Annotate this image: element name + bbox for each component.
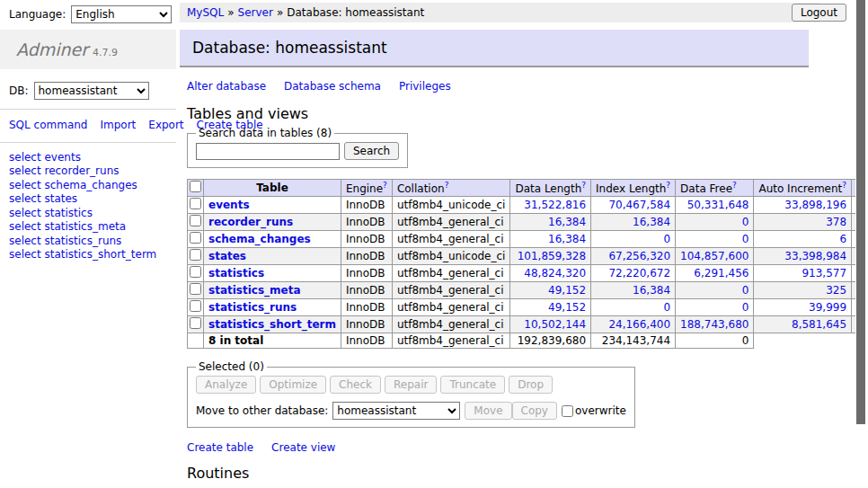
sidebar-select-statistics[interactable]: select statistics xyxy=(9,207,167,221)
data-length-link[interactable]: 48,824,320 xyxy=(524,267,586,279)
sidebar-link-import[interactable]: Import xyxy=(100,119,136,131)
collation-cell: utf8mb4_general_ci xyxy=(392,231,510,248)
index-length-link[interactable]: 16,384 xyxy=(633,216,670,228)
sidebar-select-statistics_runs[interactable]: select statistics_runs xyxy=(9,235,167,249)
row-checkbox-states[interactable] xyxy=(190,249,201,261)
data-free-link[interactable]: 0 xyxy=(742,284,749,297)
row-checkbox-statistics[interactable] xyxy=(190,266,201,278)
data-free-link[interactable]: 50,331,648 xyxy=(687,199,749,211)
data-free-link[interactable]: 188,743,680 xyxy=(680,318,748,331)
auto-increment-link[interactable]: 325 xyxy=(826,284,846,297)
engine-cell: InnoDB xyxy=(341,265,392,282)
table-link-statistics_meta[interactable]: statistics_meta xyxy=(208,284,301,297)
help-icon[interactable]: ? xyxy=(445,181,449,190)
sidebar-select-schema_changes[interactable]: select schema_changes xyxy=(9,179,167,193)
data-free-link[interactable]: 0 xyxy=(742,216,749,228)
data-free-link[interactable]: 0 xyxy=(742,301,749,314)
breadcrumb-link-server[interactable]: Server xyxy=(238,6,273,19)
index-length-link[interactable]: 0 xyxy=(663,233,670,245)
index-length-link[interactable]: 16,384 xyxy=(633,284,670,297)
analyze-button[interactable]: Analyze xyxy=(196,376,256,394)
selected-legend: Selected (0) xyxy=(196,360,267,373)
auto-increment-link[interactable]: 33,898,196 xyxy=(784,199,846,211)
language-select[interactable]: English xyxy=(71,5,172,23)
move-database-select[interactable]: homeassistant xyxy=(332,402,460,420)
row-checkbox-statistics_meta[interactable] xyxy=(190,283,201,295)
check-button[interactable]: Check xyxy=(330,376,381,394)
index-length-link[interactable]: 72,220,672 xyxy=(608,267,670,279)
column-header-data-length: Data Length? xyxy=(510,180,591,197)
sidebar-select-statistics_short_term[interactable]: select statistics_short_term xyxy=(9,248,167,262)
table-link-statistics_short_term[interactable]: statistics_short_term xyxy=(208,318,336,331)
move-button[interactable]: Move xyxy=(465,402,511,420)
auto-increment-link[interactable]: 8,581,645 xyxy=(792,318,846,331)
logout-button[interactable]: Logout xyxy=(792,4,846,22)
sidebar-select-events[interactable]: select events xyxy=(9,151,167,165)
row-checkbox-statistics_short_term[interactable] xyxy=(190,317,201,329)
help-icon[interactable]: ? xyxy=(666,181,670,190)
index-length-link[interactable]: 70,467,584 xyxy=(608,199,670,211)
table-row: statistics_metaInnoDButf8mb4_general_ci4… xyxy=(188,282,868,299)
auto-increment-link[interactable]: 913,577 xyxy=(802,267,846,279)
data-length-link[interactable]: 49,152 xyxy=(548,284,586,297)
help-icon[interactable]: ? xyxy=(383,181,387,190)
data-free-link[interactable]: 0 xyxy=(742,233,749,245)
sidebar-link-sql-command[interactable]: SQL command xyxy=(9,119,87,131)
row-checkbox-events[interactable] xyxy=(190,198,201,209)
breadcrumb-link-mysql[interactable]: MySQL xyxy=(187,6,224,19)
optimize-button[interactable]: Optimize xyxy=(260,376,326,394)
data-length-link[interactable]: 16,384 xyxy=(548,216,586,228)
link-privileges[interactable]: Privileges xyxy=(399,80,451,93)
scrollbar-thumb[interactable] xyxy=(856,0,865,424)
row-checkbox-recorder_runs[interactable] xyxy=(190,215,201,226)
row-checkbox-schema_changes[interactable] xyxy=(190,232,201,244)
select-all-checkbox[interactable] xyxy=(190,181,201,192)
table-link-statistics[interactable]: statistics xyxy=(208,267,264,279)
search-button[interactable]: Search xyxy=(344,142,399,160)
link-database-schema[interactable]: Database schema xyxy=(284,80,381,93)
index-length-link[interactable]: 24,166,400 xyxy=(608,318,670,331)
sidebar-link-export[interactable]: Export xyxy=(148,119,183,131)
table-link-statistics_runs[interactable]: statistics_runs xyxy=(208,301,297,314)
data-free-link[interactable]: 104,857,600 xyxy=(680,250,748,262)
help-icon[interactable]: ? xyxy=(732,181,737,190)
row-checkbox-cell xyxy=(188,282,204,299)
auto-increment-link[interactable]: 39,999 xyxy=(809,301,846,314)
sidebar-select-statistics_meta[interactable]: select statistics_meta xyxy=(9,220,167,235)
overwrite-checkbox[interactable] xyxy=(562,405,573,417)
column-header-auto-increment: Auto Increment? xyxy=(754,180,852,197)
vertical-scrollbar[interactable] xyxy=(855,0,868,488)
copy-button[interactable]: Copy xyxy=(512,402,557,420)
index-length-link[interactable]: 0 xyxy=(663,301,670,314)
data-length-link[interactable]: 101,859,328 xyxy=(518,250,586,262)
auto-increment-link[interactable]: 6 xyxy=(839,233,846,245)
data-length-link[interactable]: 16,384 xyxy=(548,233,586,245)
drop-button[interactable]: Drop xyxy=(509,376,553,394)
data-length-link[interactable]: 10,502,144 xyxy=(524,318,586,331)
help-icon[interactable]: ? xyxy=(842,181,846,190)
link-create-table[interactable]: Create table xyxy=(187,441,253,454)
auto-increment-link[interactable]: 378 xyxy=(826,216,846,228)
table-link-recorder_runs[interactable]: recorder_runs xyxy=(208,216,293,228)
table-row: statistics_short_termInnoDButf8mb4_gener… xyxy=(188,316,868,333)
sidebar-select-states[interactable]: select states xyxy=(9,192,167,207)
truncate-button[interactable]: Truncate xyxy=(440,376,505,394)
link-create-view[interactable]: Create view xyxy=(271,441,335,454)
search-input[interactable] xyxy=(196,143,340,160)
repair-button[interactable]: Repair xyxy=(385,376,437,394)
tables-heading: Tables and views xyxy=(187,105,819,122)
table-link-schema_changes[interactable]: schema_changes xyxy=(208,233,311,245)
data-length-link[interactable]: 31,522,816 xyxy=(524,199,586,211)
auto-increment-link[interactable]: 33,398,984 xyxy=(784,250,846,262)
index-length-link[interactable]: 67,256,320 xyxy=(608,250,670,262)
table-link-events[interactable]: events xyxy=(208,199,250,211)
link-alter-database[interactable]: Alter database xyxy=(187,80,266,93)
data-free-link[interactable]: 6,291,456 xyxy=(694,267,748,279)
index-length-cell: 16,384 xyxy=(591,214,676,231)
table-link-states[interactable]: states xyxy=(208,250,246,262)
sidebar-select-recorder_runs[interactable]: select recorder_runs xyxy=(9,164,167,179)
row-checkbox-statistics_runs[interactable] xyxy=(190,300,201,312)
db-select[interactable]: homeassistant xyxy=(34,82,149,100)
help-icon[interactable]: ? xyxy=(581,181,586,190)
data-length-link[interactable]: 49,152 xyxy=(548,301,586,314)
